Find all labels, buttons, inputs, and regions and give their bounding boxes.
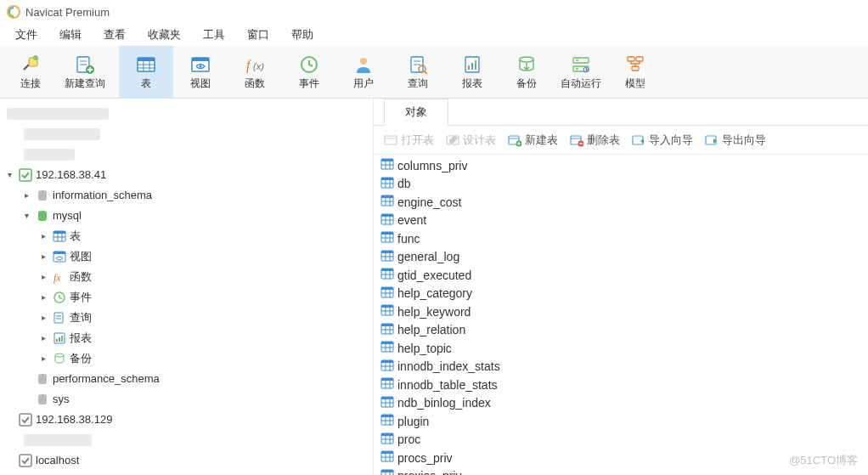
menu-item[interactable]: 收藏夹 — [138, 25, 191, 45]
menu-item[interactable]: 帮助 — [281, 25, 324, 45]
connection-item[interactable]: ▾ 192.168.38.41 — [0, 165, 373, 185]
table-button[interactable]: 表 — [119, 46, 173, 98]
delete-icon — [570, 133, 583, 147]
chevron-right-icon[interactable]: ▸ — [37, 247, 49, 266]
svg-rect-82 — [381, 195, 393, 198]
menu-item[interactable]: 编辑 — [49, 25, 92, 45]
menu-item[interactable]: 窗口 — [237, 25, 279, 45]
svg-point-55 — [55, 353, 64, 357]
database-item[interactable]: ▾mysql — [0, 206, 373, 226]
category-label: 备份 — [70, 349, 92, 368]
new-query-button[interactable]: 新建查询 — [58, 46, 112, 98]
menu-item[interactable]: 查看 — [93, 25, 136, 45]
db-object-category[interactable]: ▸fx函数 — [0, 267, 373, 287]
report-icon — [53, 331, 66, 345]
connection-mysql-icon — [19, 454, 32, 467]
table-row[interactable]: innodb_index_stats — [374, 358, 868, 376]
connection-tree[interactable]: ▾ 192.168.38.41 ▸information_schema▾mysq… — [0, 99, 374, 475]
table-name: db — [397, 177, 411, 190]
view-icon — [53, 250, 66, 263]
view-icon — [190, 54, 211, 75]
backup-icon — [53, 352, 66, 365]
autorun-button[interactable]: 自动运行 — [554, 46, 608, 98]
svg-rect-107 — [381, 287, 393, 290]
object-toolbar: 打开表 设计表 新建表 删除表 导入向导 导出向导 — [374, 126, 868, 155]
db-label: mysql — [53, 206, 82, 225]
menu-bar: 文件编辑查看收藏夹工具窗口帮助 — [0, 24, 868, 46]
report-button[interactable]: 报表 — [445, 46, 499, 98]
table-row[interactable]: gtid_executed — [374, 266, 868, 285]
view-button[interactable]: 视图 — [173, 46, 228, 98]
table-row[interactable]: procs_priv — [374, 449, 868, 467]
function-button[interactable]: f(x)函数 — [228, 46, 282, 98]
chevron-right-icon[interactable]: ▸ — [37, 349, 49, 368]
open-table-button[interactable]: 打开表 — [384, 133, 434, 148]
fx-icon: fx — [53, 270, 66, 284]
object-list[interactable]: columns_privdbengine_costeventfuncgenera… — [374, 155, 868, 475]
chevron-right-icon[interactable]: ▸ — [37, 308, 49, 327]
user-button[interactable]: 用户 — [336, 46, 391, 98]
table-row[interactable]: help_category — [374, 285, 868, 303]
table-row[interactable]: plugin — [374, 412, 868, 431]
db-object-category[interactable]: ▸表 — [0, 226, 373, 246]
event-button[interactable]: 事件 — [282, 46, 336, 98]
connection-item[interactable]: 192.168.38.129 — [0, 410, 373, 430]
chevron-right-icon[interactable]: ▸ — [37, 288, 49, 307]
content-area: 对象 打开表 设计表 新建表 删除表 导入向导 — [374, 99, 868, 475]
db-object-category[interactable]: ▸视图 — [0, 246, 373, 267]
main-toolbar: 连接新建查询表视图f(x)函数事件用户查询报表备份自动运行模型 — [0, 46, 868, 99]
design-table-button[interactable]: 设计表 — [446, 133, 496, 148]
tab-objects[interactable]: 对象 — [384, 99, 448, 126]
database-item[interactable]: ▸information_schema — [0, 185, 373, 206]
connect-button[interactable]: 连接 — [3, 46, 58, 98]
database-item[interactable]: sys — [0, 389, 373, 410]
table-icon — [380, 376, 394, 393]
svg-rect-36 — [20, 169, 31, 181]
chevron-down-icon[interactable]: ▾ — [20, 206, 32, 225]
db-object-category[interactable]: ▸备份 — [0, 348, 373, 369]
table-row[interactable]: db — [374, 175, 868, 194]
btn-label: 新建查询 — [65, 76, 105, 91]
table-row[interactable]: func — [374, 229, 868, 248]
backup-button[interactable]: 备份 — [499, 46, 554, 98]
table-row[interactable]: columns_priv — [374, 156, 868, 175]
table-row[interactable]: proxies_priv — [374, 467, 868, 476]
table-name: engine_cost — [397, 195, 462, 209]
table-row[interactable]: general_log — [374, 248, 868, 267]
table-icon — [380, 432, 394, 448]
database-item[interactable]: performance_schema — [0, 369, 373, 389]
chevron-down-icon[interactable]: ▾ — [3, 166, 15, 184]
table-row[interactable]: help_relation — [374, 321, 868, 340]
menu-item[interactable]: 工具 — [193, 25, 235, 45]
export-button[interactable]: 导出向导 — [705, 133, 766, 148]
export-icon — [705, 133, 719, 147]
connection-label: localhost — [36, 451, 79, 470]
table-row[interactable]: innodb_table_stats — [374, 376, 868, 394]
model-button[interactable]: 模型 — [608, 46, 662, 98]
chevron-right-icon[interactable]: ▸ — [37, 227, 49, 246]
import-button[interactable]: 导入向导 — [632, 133, 693, 148]
table-row[interactable]: engine_cost — [374, 193, 868, 212]
new-table-button[interactable]: 新建表 — [508, 133, 558, 148]
db-object-category[interactable]: ▸事件 — [0, 287, 373, 308]
table-row[interactable]: ndb_binlog_index — [374, 394, 868, 413]
chevron-right-icon[interactable]: ▸ — [37, 329, 49, 348]
db-object-category[interactable]: ▸查询 — [0, 308, 373, 328]
chevron-right-icon[interactable]: ▸ — [20, 186, 32, 205]
connection-item[interactable]: localhost — [0, 450, 373, 471]
table-row[interactable]: proc — [374, 431, 868, 450]
table-row[interactable]: help_keyword — [374, 303, 868, 321]
svg-rect-45 — [54, 252, 65, 254]
db-object-category[interactable]: ▸报表 — [0, 328, 373, 348]
table-icon — [380, 286, 394, 302]
btn-label: 事件 — [299, 76, 319, 91]
delete-table-button[interactable]: 删除表 — [570, 133, 620, 148]
table-row[interactable]: help_topic — [374, 339, 868, 358]
chevron-right-icon[interactable]: ▸ — [37, 268, 49, 286]
table-row[interactable]: event — [374, 212, 868, 230]
table-name: innodb_index_stats — [397, 359, 500, 373]
query-button[interactable]: 查询 — [391, 46, 445, 98]
svg-rect-40 — [54, 231, 65, 234]
menu-item[interactable]: 文件 — [5, 25, 48, 45]
table-icon — [380, 212, 394, 229]
